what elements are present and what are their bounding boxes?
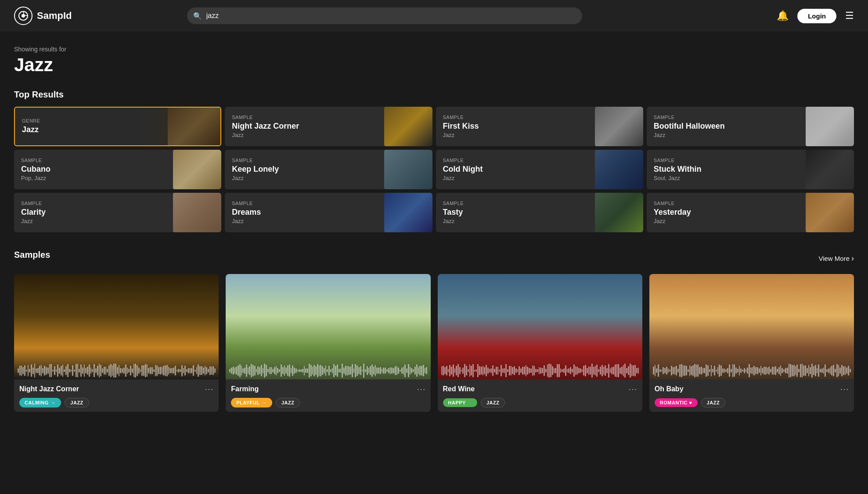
top-results-row-3: SAMPLE Clarity Jazz SAMPLE Dreams Jazz S…: [14, 193, 854, 232]
tag-playful[interactable]: PLAYFUL →: [231, 398, 272, 407]
result-card-tasty[interactable]: SAMPLE Tasty Jazz: [436, 193, 643, 232]
sample-thumbnail-oh-baby: [649, 274, 854, 379]
result-card-yesterday[interactable]: SAMPLE Yesterday Jazz: [647, 193, 854, 232]
samples-grid: Night Jazz Corner ⋯ CALMING → JAZZ Farmi…: [14, 274, 854, 412]
waveform-overlay: [226, 362, 430, 379]
sample-thumbnail-red-wine: [438, 274, 642, 379]
sample-info: Farming ⋯ PLAYFUL → JAZZ: [226, 379, 430, 412]
search-icon: 🔍: [193, 12, 202, 20]
samples-section-header: Samples View More ›: [14, 250, 854, 267]
search-bar: 🔍: [187, 7, 582, 24]
sample-card-oh-baby[interactable]: Oh Baby ⋯ ROMANTIC ♥ JAZZ: [649, 274, 854, 412]
card-image: [591, 150, 643, 189]
card-image: [380, 107, 432, 146]
view-more-button[interactable]: View More ›: [818, 254, 854, 263]
card-image: [591, 193, 643, 232]
tags: PLAYFUL → JAZZ: [231, 398, 425, 407]
result-card-clarity[interactable]: SAMPLE Clarity Jazz: [14, 193, 221, 232]
more-options-button[interactable]: ⋯: [840, 384, 849, 394]
search-input[interactable]: [187, 7, 582, 24]
hamburger-menu-icon[interactable]: ☰: [845, 10, 854, 22]
genre-card-jazz[interactable]: GENRE Jazz: [14, 107, 221, 146]
sample-card-red-wine[interactable]: Red Wine ⋯ HAPPY JAZZ: [438, 274, 642, 412]
sample-card-farming[interactable]: Farming ⋯ PLAYFUL → JAZZ: [226, 274, 430, 412]
tags: HAPPY JAZZ: [443, 398, 637, 407]
top-results-heading: Top Results: [14, 90, 854, 100]
tag-romantic[interactable]: ROMANTIC ♥: [655, 398, 698, 407]
sample-thumbnail-farming: [226, 274, 430, 379]
waveform-overlay: [649, 362, 854, 379]
card-image: [801, 193, 854, 232]
result-card-first-kiss[interactable]: SAMPLE First Kiss Jazz: [436, 107, 643, 146]
search-query-title: Jazz: [14, 54, 854, 76]
sample-thumbnail-night-jazz: [14, 274, 219, 379]
card-image: [801, 150, 854, 189]
card-image: [380, 193, 432, 232]
result-card-keep-lonely[interactable]: SAMPLE Keep Lonely Jazz: [225, 150, 432, 189]
header: SampId 🔍 🔔 Login ☰: [0, 0, 868, 32]
chevron-right-icon: ›: [851, 254, 854, 263]
logo-text: SampId: [37, 10, 72, 22]
tag-jazz[interactable]: JAZZ: [276, 398, 300, 407]
sample-title: Farming: [231, 385, 259, 393]
card-image: [380, 150, 432, 189]
more-options-button[interactable]: ⋯: [205, 384, 213, 394]
card-image: [169, 193, 221, 232]
result-card-stuck-within[interactable]: SAMPLE Stuck Within Soul, Jazz: [647, 150, 854, 189]
card-image-overlay: [168, 108, 220, 145]
tag-jazz[interactable]: JAZZ: [481, 398, 505, 407]
result-card-cold-night[interactable]: SAMPLE Cold Night Jazz: [436, 150, 643, 189]
tags: CALMING → JAZZ: [19, 398, 213, 407]
header-right: 🔔 Login ☰: [777, 9, 854, 23]
result-card-dreams[interactable]: SAMPLE Dreams Jazz: [225, 193, 432, 232]
tag-happy[interactable]: HAPPY: [443, 398, 477, 407]
sample-card-night-jazz-corner[interactable]: Night Jazz Corner ⋯ CALMING → JAZZ: [14, 274, 219, 412]
card-image: [169, 150, 221, 189]
sample-title-row: Oh Baby ⋯: [655, 384, 849, 394]
sample-info: Night Jazz Corner ⋯ CALMING → JAZZ: [14, 379, 219, 412]
sample-info: Oh Baby ⋯ ROMANTIC ♥ JAZZ: [649, 379, 854, 412]
tag-calming[interactable]: CALMING →: [19, 398, 61, 407]
more-options-button[interactable]: ⋯: [417, 384, 425, 394]
card-image: [801, 107, 854, 146]
result-card-bootiful-halloween[interactable]: SAMPLE Bootiful Halloween Jazz: [647, 107, 854, 146]
showing-results-label: Showing results for: [14, 46, 854, 53]
sample-title-row: Night Jazz Corner ⋯: [19, 384, 213, 394]
more-options-button[interactable]: ⋯: [628, 384, 637, 394]
card-image: [591, 107, 643, 146]
tag-jazz[interactable]: JAZZ: [701, 398, 726, 407]
logo-area: SampId: [14, 7, 84, 25]
sample-title: Oh Baby: [655, 385, 684, 393]
samples-heading: Samples: [14, 250, 50, 260]
sample-title: Red Wine: [443, 385, 475, 393]
tag-jazz[interactable]: JAZZ: [65, 398, 89, 407]
result-card-cubano[interactable]: SAMPLE Cubano Pop, Jazz: [14, 150, 221, 189]
login-button[interactable]: Login: [797, 9, 836, 23]
logo-icon: [14, 7, 32, 25]
top-results-row-2: SAMPLE Cubano Pop, Jazz SAMPLE Keep Lone…: [14, 150, 854, 189]
result-card-night-jazz-corner[interactable]: SAMPLE Night Jazz Corner Jazz: [225, 107, 432, 146]
waveform-overlay: [438, 362, 642, 379]
sample-info: Red Wine ⋯ HAPPY JAZZ: [438, 379, 642, 412]
top-results-row-1: GENRE Jazz SAMPLE Night Jazz Corner Jazz…: [14, 107, 854, 146]
sample-title-row: Farming ⋯: [231, 384, 425, 394]
bell-icon[interactable]: 🔔: [777, 10, 789, 22]
view-more-label: View More: [818, 255, 850, 262]
tags: ROMANTIC ♥ JAZZ: [655, 398, 849, 407]
waveform-overlay: [14, 362, 219, 379]
main-content: Showing results for Jazz Top Results GEN…: [0, 32, 868, 412]
sample-title-row: Red Wine ⋯: [443, 384, 637, 394]
sample-title: Night Jazz Corner: [19, 385, 79, 393]
